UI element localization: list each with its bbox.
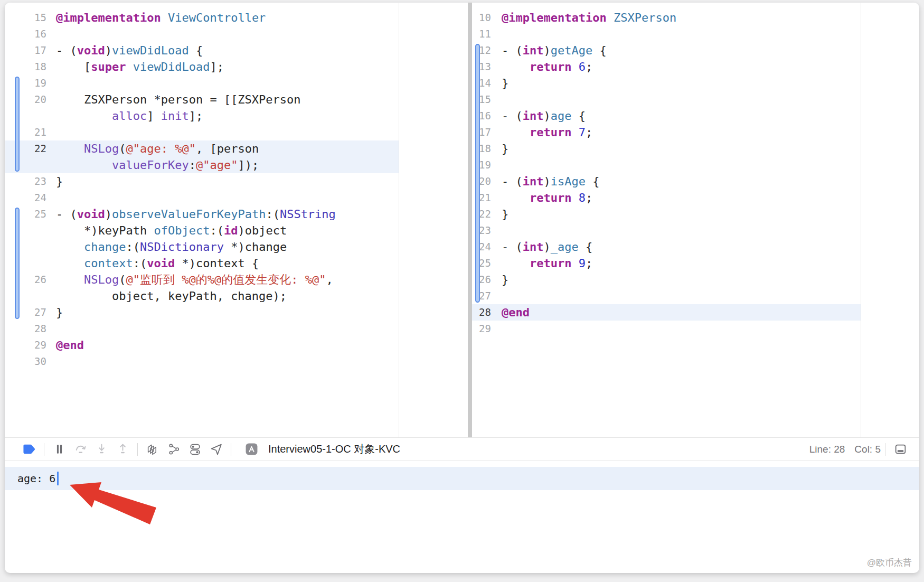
code-text: NSLog(@"监听到 %@的%@的值发生变化: %@", <box>46 271 333 288</box>
line-number: 23 <box>5 173 46 190</box>
breakpoints-button[interactable] <box>18 441 40 458</box>
code-line[interactable]: 23 <box>472 222 861 239</box>
line-number: 17 <box>5 42 46 59</box>
code-text: *)keyPath ofObject:(id)object <box>46 222 287 239</box>
code-text: @implementation ZSXPerson <box>491 10 676 26</box>
code-text: - (int)isAge { <box>491 173 599 190</box>
code-line[interactable]: 15 <box>472 91 861 108</box>
code-line[interactable]: context:(void *)context { <box>5 255 399 271</box>
code-text: - (void)observeValueForKeyPath:(NSString <box>46 206 336 222</box>
change-bar <box>15 77 20 172</box>
code-line[interactable]: 17- (void)viewDidLoad { <box>5 42 399 59</box>
code-line[interactable]: 21 <box>5 124 399 140</box>
line-number: 22 <box>5 140 46 157</box>
line-number: 19 <box>5 75 46 91</box>
step-over-icon <box>74 443 87 456</box>
code-line[interactable]: 25- (void)observeValueForKeyPath:(NSStri… <box>5 206 399 222</box>
toggle-debug-area-button[interactable] <box>890 441 911 458</box>
code-line[interactable]: 17 return 7; <box>472 124 861 140</box>
code-line[interactable]: 27} <box>5 304 399 321</box>
editor-pane-zsxperson[interactable]: 10@implementation ZSXPerson1112- (int)ge… <box>472 3 861 437</box>
code-text: @implementation ViewController <box>46 10 266 26</box>
watermark-text: @欧币杰昔 <box>867 557 912 569</box>
code-text: @end <box>46 337 84 353</box>
simulate-location-button[interactable] <box>205 441 227 458</box>
toolbar-separator <box>44 443 44 456</box>
console-output-text: age: 6 <box>17 472 55 485</box>
environment-overrides-button[interactable] <box>184 441 205 458</box>
code-line[interactable]: 27 <box>472 288 861 304</box>
code-line[interactable]: 19 <box>5 75 399 91</box>
view-hierarchy-button[interactable] <box>142 441 163 458</box>
code-line-highlighted[interactable]: valueForKey:@"age"]); <box>5 157 399 173</box>
code-line[interactable]: 18 [super viewDidLoad]; <box>5 59 399 75</box>
code-line[interactable]: 20 ZSXPerson *person = [[ZSXPerson <box>5 91 399 108</box>
line-number: 15 <box>5 10 46 26</box>
code-line[interactable]: 22} <box>472 206 861 222</box>
code-text <box>46 190 56 206</box>
code-line-highlighted[interactable]: 22 NSLog(@"age: %@", [person <box>5 140 399 157</box>
code-line[interactable]: 20- (int)isAge { <box>472 173 861 190</box>
code-line[interactable]: 11 <box>472 26 861 42</box>
step-into-button[interactable] <box>91 441 112 458</box>
pane-divider[interactable] <box>468 3 472 437</box>
code-text: @end <box>491 304 530 321</box>
code-text: return 6; <box>491 59 592 75</box>
code-line[interactable]: change:(NSDictionary *)change <box>5 239 399 255</box>
code-line[interactable]: 26} <box>472 271 861 288</box>
line-number <box>5 157 46 173</box>
console-output-row[interactable]: age: 6 <box>5 467 919 490</box>
code-text: context:(void *)context { <box>46 255 259 271</box>
memory-graph-button[interactable] <box>163 441 184 458</box>
code-line[interactable]: 25 return 9; <box>472 255 861 271</box>
code-line[interactable]: 16- (int)age { <box>472 108 861 124</box>
code-line[interactable]: 24- (int)_age { <box>472 239 861 255</box>
step-over-button[interactable] <box>70 441 91 458</box>
code-line-highlighted[interactable]: 28@end <box>472 304 861 321</box>
code-text <box>46 26 56 42</box>
code-line[interactable]: 29 <box>472 321 861 337</box>
code-line[interactable]: 28 <box>5 321 399 337</box>
code-text: - (int)_age { <box>491 239 592 255</box>
code-line[interactable]: 12- (int)getAge { <box>472 42 861 59</box>
line-number: 30 <box>5 353 46 370</box>
code-text: - (int)getAge { <box>491 42 607 59</box>
line-number: 21 <box>5 124 46 140</box>
line-number <box>5 288 46 304</box>
code-line[interactable]: 23} <box>5 173 399 190</box>
code-line[interactable]: alloc] init]; <box>5 108 399 124</box>
code-line[interactable]: 18} <box>472 140 861 157</box>
code-text <box>491 157 502 173</box>
code-line[interactable]: 26 NSLog(@"监听到 %@的%@的值发生变化: %@", <box>5 271 399 288</box>
code-line[interactable]: 13 return 6; <box>472 59 861 75</box>
code-line[interactable]: 19 <box>472 157 861 173</box>
memory-graph-icon <box>167 443 181 456</box>
step-out-button[interactable] <box>112 441 133 458</box>
cursor-position: Line: 28 Col: 5 <box>809 444 881 455</box>
code-text: NSLog(@"age: %@", [person <box>46 140 259 157</box>
code-line[interactable]: 29@end <box>5 337 399 353</box>
code-text: return 9; <box>491 255 592 271</box>
line-number: 11 <box>472 26 491 42</box>
pause-button[interactable] <box>49 441 70 458</box>
editor-pane-viewcontroller[interactable]: 15@implementation ViewController1617- (v… <box>5 3 399 437</box>
xcode-window: 15@implementation ViewController1617- (v… <box>5 3 919 573</box>
line-number <box>5 239 46 255</box>
code-line[interactable]: 16 <box>5 26 399 42</box>
code-line[interactable]: 10@implementation ZSXPerson <box>472 10 861 26</box>
code-text: change:(NSDictionary *)change <box>46 239 287 255</box>
code-text: } <box>491 271 508 288</box>
code-line[interactable]: 21 return 8; <box>472 190 861 206</box>
code-line[interactable]: 24 <box>5 190 399 206</box>
code-line[interactable]: object, keyPath, change); <box>5 288 399 304</box>
code-line[interactable]: 15@implementation ViewController <box>5 10 399 26</box>
code-line[interactable]: 14} <box>472 75 861 91</box>
code-text <box>491 26 502 42</box>
code-line[interactable]: *)keyPath ofObject:(id)object <box>5 222 399 239</box>
code-line[interactable]: 30 <box>5 353 399 370</box>
code-text <box>491 321 502 337</box>
line-number: 20 <box>5 91 46 108</box>
active-scheme[interactable]: Interview05-1-OC 对象-KVC <box>241 441 400 458</box>
line-indicator: Line: 28 <box>809 444 845 455</box>
code-rows: 10@implementation ZSXPerson1112- (int)ge… <box>472 10 861 337</box>
